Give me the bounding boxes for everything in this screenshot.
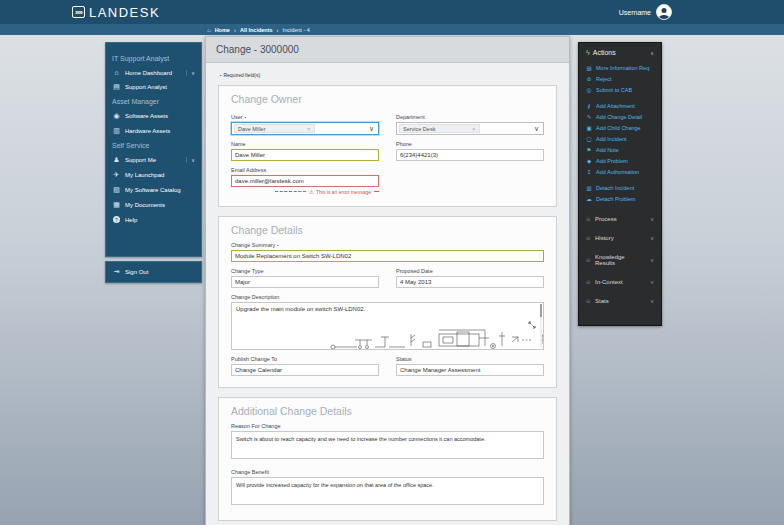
- username-label: Username: [619, 9, 651, 16]
- note-flag-icon: ⚑: [586, 147, 592, 153]
- chevron-down-icon[interactable]: ∨: [650, 279, 654, 285]
- action-add-problem[interactable]: ◆ Add Problem: [586, 158, 654, 164]
- section-label: History: [595, 235, 614, 241]
- sidebar-item-home-dashboard[interactable]: ⌂ Home Dashboard ∨: [112, 69, 195, 76]
- person-icon: ♟: [112, 156, 121, 164]
- name-label: Name: [231, 141, 379, 147]
- section-title-change-owner: Change Owner: [231, 93, 544, 105]
- scrollbar-thumb[interactable]: [540, 304, 543, 317]
- pencil-icon: ✎: [586, 114, 592, 120]
- expand-icon[interactable]: [528, 321, 536, 329]
- sidebar-item-label: Support Analyst: [125, 84, 167, 90]
- department-label: Department: [396, 114, 544, 120]
- sign-out-label: Sign Out: [125, 269, 148, 275]
- submit-icon: ◎: [586, 87, 592, 93]
- chevron-down-icon[interactable]: ∨: [186, 157, 195, 163]
- sidebar-item-my-documents[interactable]: ▦ My Documents: [112, 201, 195, 209]
- chevron-down-icon[interactable]: ∨: [186, 70, 195, 76]
- email-error-message: ⚠ This is an error message: [231, 188, 379, 195]
- change-description-editor[interactable]: Upgrade the main module on switch SW-LDN…: [231, 302, 544, 350]
- department-combobox[interactable]: Service Desk × ∨: [396, 122, 544, 135]
- cloud-icon: ☁: [586, 196, 592, 202]
- home-dashboard-icon: ⌂: [112, 69, 121, 76]
- action-submit-to-cab[interactable]: ◎ Submit to CAB: [586, 87, 654, 93]
- actions-title: Actions: [593, 49, 616, 56]
- monitor-icon: ▥: [112, 127, 121, 135]
- action-label: Add Child Change: [596, 125, 641, 131]
- reject-icon: ⊘: [586, 76, 592, 82]
- schematic-diagram-image: [327, 322, 544, 350]
- sidebar-section-asset-manager: Asset Manager: [112, 98, 195, 105]
- section-in-context[interactable]: ⊙ In-Context ∨: [586, 279, 654, 285]
- breadcrumb-home[interactable]: Home: [215, 27, 230, 33]
- section-stats[interactable]: ⊙ Stats ∨: [586, 298, 654, 304]
- landesk-logo-text: LANDESK: [89, 5, 160, 20]
- action-more-information-req[interactable]: ▤ More Information Req: [586, 65, 654, 71]
- chevron-down-icon[interactable]: ∨: [369, 125, 374, 133]
- sidebar-item-help[interactable]: ? Help: [112, 216, 195, 223]
- change-summary-field[interactable]: [231, 250, 544, 262]
- change-type-label: Change Type: [231, 268, 379, 274]
- catalog-icon: ▧: [112, 186, 121, 194]
- name-field[interactable]: [231, 149, 379, 161]
- sidebar-item-label: My Software Catalog: [125, 187, 181, 193]
- sign-out-button[interactable]: ⇥ Sign Out: [112, 268, 195, 276]
- action-detach-problem[interactable]: ☁ Detach Problem: [586, 196, 654, 202]
- phone-field[interactable]: [396, 149, 544, 161]
- user-combobox[interactable]: Dave Miller × ∨: [231, 122, 379, 135]
- reason-for-change-field[interactable]: Switch is about to reach capacity and we…: [231, 431, 544, 459]
- change-benefit-field[interactable]: Will provide increased capacity for the …: [231, 477, 544, 505]
- publish-change-to-field[interactable]: [231, 364, 379, 376]
- sidebar-section-self-service: Self Service: [112, 142, 195, 149]
- department-value: Service Desk: [403, 126, 435, 132]
- actions-group-detach: ▥ Detach Incident ☁ Detach Problem: [586, 185, 654, 202]
- action-add-attachment[interactable]: ∮ Add Attachment: [586, 103, 654, 109]
- sidebar-item-hardware-assets[interactable]: ▥ Hardware Assets: [112, 127, 195, 135]
- action-add-child-change[interactable]: ▣ Add Child Change: [586, 125, 654, 131]
- email-field[interactable]: [231, 175, 379, 187]
- section-label: Process: [595, 216, 617, 222]
- sidebar-item-my-software-catalog[interactable]: ▧ My Software Catalog: [112, 186, 195, 194]
- chevron-down-icon[interactable]: ∨: [650, 235, 654, 241]
- user-area: Username: [619, 0, 672, 24]
- section-title-additional-change-details: Additional Change Details: [231, 405, 544, 417]
- actions-header[interactable]: ϟ Actions ∧: [586, 49, 654, 56]
- sidebar-nav: IT Support Analyst ⌂ Home Dashboard ∨ ▤ …: [105, 42, 202, 257]
- action-add-change-detail[interactable]: ✎ Add Change Detail: [586, 114, 654, 120]
- action-add-note[interactable]: ⚑ Add Note: [586, 147, 654, 153]
- required-marker: ▪: [220, 73, 221, 78]
- error-text: This is an error message: [316, 189, 371, 195]
- chevron-down-icon[interactable]: ∨: [650, 216, 654, 222]
- section-knowledge-results[interactable]: ⊙ Knowledge Results ∨: [586, 254, 654, 266]
- chip-remove-icon[interactable]: ×: [472, 126, 476, 132]
- action-detach-incident[interactable]: ▥ Detach Incident: [586, 185, 654, 191]
- status-field[interactable]: [396, 364, 544, 376]
- editor-scrollbar[interactable]: [540, 304, 543, 348]
- sidebar-item-support-me[interactable]: ♟ Support Me ∨: [112, 156, 195, 164]
- sidebar-item-software-assets[interactable]: ◉ Software Assets: [112, 112, 195, 120]
- department-value-chip: Service Desk ×: [399, 124, 480, 133]
- required-marker: ▪: [245, 115, 246, 120]
- sidebar-item-my-launchpad[interactable]: ✈ My Launchpad: [112, 171, 195, 179]
- section-process[interactable]: ⊙ Process ∨: [586, 216, 654, 222]
- action-label: Add Note: [596, 147, 619, 153]
- sidebar-item-label: Help: [125, 217, 137, 223]
- chevron-down-icon[interactable]: ∨: [650, 257, 654, 263]
- incident-icon: ▢: [586, 136, 592, 142]
- action-add-incident[interactable]: ▢ Add Incident: [586, 136, 654, 142]
- home-icon: ⌂: [207, 27, 211, 33]
- chevron-up-icon[interactable]: ∧: [650, 50, 654, 56]
- avatar[interactable]: [656, 4, 672, 20]
- change-form-panel: Change - 3000000 ▪ Required field(s) Cha…: [205, 36, 570, 525]
- chevron-down-icon[interactable]: ∨: [534, 125, 539, 133]
- chevron-down-icon[interactable]: ∨: [650, 298, 654, 304]
- collapsed-sections: ⊙ Process ∨ ⊙ History ∨ ⊙ Knowledge Resu…: [586, 216, 654, 304]
- action-reject[interactable]: ⊘ Reject: [586, 76, 654, 82]
- chip-remove-icon[interactable]: ×: [307, 126, 311, 132]
- sidebar-item-support-analyst[interactable]: ▤ Support Analyst: [112, 83, 195, 91]
- proposed-date-field[interactable]: [396, 276, 544, 288]
- breadcrumb-all-incidents[interactable]: All Incidents: [240, 27, 273, 33]
- section-history[interactable]: ⊙ History ∨: [586, 235, 654, 241]
- change-type-field[interactable]: [231, 276, 379, 288]
- action-add-authorisation[interactable]: ↧ Add Authorisation: [586, 169, 654, 175]
